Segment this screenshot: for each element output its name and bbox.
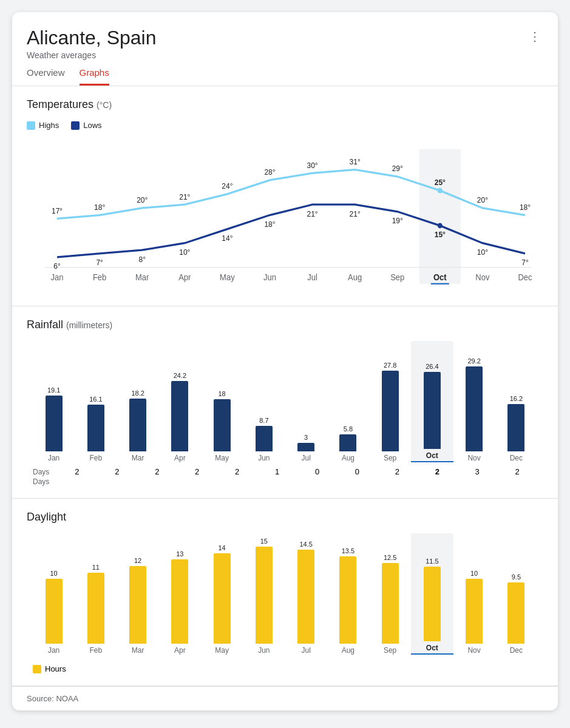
- daylight-bar-col: 14.5Jul: [285, 533, 327, 655]
- svg-text:10°: 10°: [179, 248, 190, 257]
- menu-icon[interactable]: ⋮: [526, 27, 543, 46]
- days-value: 2: [137, 467, 177, 476]
- svg-text:28°: 28°: [264, 168, 275, 177]
- rainfall-bar: [46, 396, 63, 451]
- days-value: 2: [417, 467, 457, 476]
- lows-label: Lows: [83, 121, 101, 130]
- rainfall-month-label: Nov: [467, 454, 480, 462]
- daylight-month-label: Dec: [510, 646, 523, 655]
- svg-text:24°: 24°: [222, 182, 232, 191]
- daylight-value: 13: [176, 550, 183, 558]
- svg-text:Mar: Mar: [135, 273, 149, 283]
- daylight-legend: Hours: [27, 664, 543, 673]
- svg-text:Jan: Jan: [51, 273, 64, 283]
- rainfall-bar: [382, 371, 399, 451]
- temperature-chart: Jan17°6°Feb18°7°Mar20°8°Apr21°10°May24°1…: [27, 136, 543, 294]
- daylight-bar: [87, 573, 104, 644]
- daylight-bar-col: 13.5Aug: [327, 533, 369, 655]
- tabs-bar: Overview Graphs: [12, 60, 558, 86]
- rainfall-days: Days222221002232: [27, 462, 543, 476]
- rainfall-bar: [87, 405, 104, 451]
- days-value: 2: [217, 467, 257, 476]
- svg-text:8°: 8°: [138, 255, 145, 264]
- rainfall-value: 16.1: [89, 396, 102, 403]
- rainfall-month-label: Jan: [48, 454, 59, 462]
- days-header: Days: [33, 468, 57, 476]
- svg-text:May: May: [220, 273, 235, 283]
- city-title: Alicante, Spain: [27, 27, 156, 49]
- month-underline: [411, 653, 453, 655]
- daylight-bar: [382, 563, 399, 644]
- rainfall-bar: [129, 399, 146, 451]
- daylight-bar: [339, 556, 356, 644]
- rainfall-value: 29.2: [467, 357, 480, 365]
- days-value: 3: [457, 467, 497, 476]
- daylight-bar-col: 10Jan: [33, 533, 75, 655]
- daylight-month-label: Jul: [301, 646, 310, 655]
- rainfall-bar: [424, 372, 441, 449]
- lows-color: [71, 121, 80, 130]
- rainfall-chart: 19.1Jan16.1Feb18.2Mar24.2Apr18May8.7Jun3…: [27, 341, 543, 462]
- rainfall-month-label: Feb: [90, 454, 103, 462]
- highs-label: Highs: [39, 121, 59, 130]
- weather-subtitle: Weather averages: [27, 50, 156, 60]
- svg-text:30°: 30°: [307, 161, 317, 170]
- highs-legend: Highs: [27, 121, 59, 130]
- svg-text:Oct: Oct: [433, 273, 447, 283]
- daylight-value: 12.5: [384, 554, 396, 561]
- temp-svg: Jan17°6°Feb18°7°Mar20°8°Apr21°10°May24°1…: [27, 136, 543, 294]
- daylight-month-label: Nov: [467, 646, 480, 655]
- daylight-bar: [129, 566, 146, 644]
- svg-text:Feb: Feb: [93, 273, 106, 283]
- rainfall-bar-col: 16.1Feb: [75, 341, 117, 462]
- rainfall-value: 26.4: [426, 363, 438, 370]
- svg-text:7°: 7°: [521, 258, 528, 268]
- daylight-month-label: Oct: [426, 644, 438, 652]
- daylight-title: Daylight: [27, 511, 543, 524]
- svg-text:20°: 20°: [477, 196, 488, 205]
- days-value: 1: [257, 467, 297, 476]
- svg-text:Dec: Dec: [518, 273, 532, 283]
- tab-overview[interactable]: Overview: [27, 67, 65, 86]
- rainfall-value: 3: [304, 434, 308, 441]
- svg-text:18°: 18°: [94, 203, 105, 212]
- rainfall-month-label: Apr: [174, 454, 186, 462]
- rainfall-bar: [466, 366, 483, 451]
- rainfall-month-label: Jul: [301, 454, 310, 462]
- daylight-month-label: May: [215, 646, 229, 655]
- daylight-bar: [424, 567, 441, 641]
- rainfall-month-label: Mar: [132, 454, 144, 462]
- daylight-value: 10: [470, 570, 478, 577]
- days-value: 2: [497, 467, 537, 476]
- daylight-bar-col: 11.5Oct: [411, 533, 453, 655]
- daylight-bar-col: 12Mar: [117, 533, 159, 655]
- daylight-bar: [214, 553, 231, 644]
- tab-graphs[interactable]: Graphs: [80, 67, 109, 86]
- days-label: Days: [33, 477, 49, 486]
- daylight-bar: [46, 579, 63, 644]
- svg-text:15°: 15°: [435, 231, 446, 240]
- daylight-section: Daylight 10Jan11Feb12Mar13Apr14May15Jun1…: [12, 499, 558, 686]
- rainfall-month-label: Sep: [384, 454, 396, 462]
- temp-legend: Highs Lows: [27, 121, 543, 130]
- daylight-month-label: Aug: [342, 646, 355, 655]
- daylight-bar-col: 10Nov: [453, 533, 495, 655]
- days-label-row: Days: [27, 477, 543, 486]
- days-value: 2: [97, 467, 137, 476]
- rainfall-value: 19.1: [47, 386, 60, 394]
- rainfall-bar-col: 5.8Aug: [327, 341, 369, 462]
- daylight-value: 13.5: [342, 547, 355, 554]
- hours-label: Hours: [45, 664, 66, 673]
- rainfall-bar: [507, 404, 524, 451]
- svg-text:7°: 7°: [96, 258, 103, 268]
- rainfall-value: 5.8: [344, 425, 353, 433]
- daylight-month-label: Jun: [258, 646, 270, 655]
- rainfall-title: Rainfall (millimeters): [27, 318, 543, 331]
- days-value: 2: [177, 467, 217, 476]
- daylight-value: 10: [50, 570, 58, 577]
- svg-text:20°: 20°: [137, 196, 148, 205]
- rainfall-bar: [339, 434, 356, 451]
- rainfall-value: 18.2: [131, 389, 144, 397]
- daylight-value: 12: [134, 557, 141, 564]
- rainfall-month-label: May: [215, 454, 229, 462]
